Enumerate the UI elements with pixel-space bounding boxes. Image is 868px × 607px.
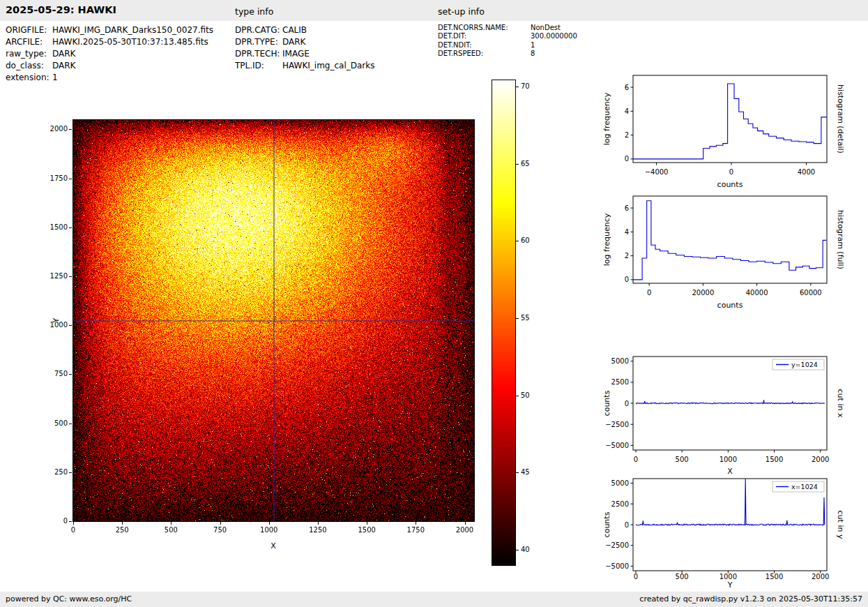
cut-x-series	[636, 400, 825, 403]
info-label: do_class:	[6, 60, 52, 72]
info-row: ORIGFILE:HAWKI_IMG_DARK_Darks150_0027.fi…	[6, 24, 213, 36]
legend-label: y=1024	[791, 361, 818, 368]
info-label: DPR.TECH:	[235, 48, 282, 60]
info-value: IMAGE	[282, 49, 310, 59]
info-label: raw_type:	[6, 48, 52, 60]
x-tick-label: 0	[729, 168, 733, 176]
main-x-tick-label: 1250	[304, 525, 332, 534]
header-bar: 2025-05-29: HAWKI type info set-up info	[0, 0, 868, 21]
detector-image-frame	[73, 119, 475, 522]
info-label: DPR.CATG:	[235, 24, 282, 36]
type-info-section-label: type info	[235, 6, 273, 17]
main-x-tick-mark	[73, 522, 74, 525]
colorbar-tick-mark	[516, 472, 519, 473]
main-x-tick-mark	[122, 522, 123, 525]
info-value: DARK	[52, 61, 75, 70]
main-y-tick-mark	[69, 374, 72, 375]
page-title: 2025-05-29: HAWKI	[6, 4, 116, 15]
right-axis-label: histogram (detail)	[836, 84, 845, 153]
info-row: DPR.TECH:IMAGE	[235, 48, 375, 60]
y-axis-label: log frequency	[602, 92, 611, 145]
colorbar-tick-mark	[516, 318, 519, 319]
x-tick-label: 60000	[800, 289, 822, 297]
colorbar-tick-label: 70	[521, 82, 542, 91]
main-y-tick-mark	[69, 179, 72, 179]
main-x-tick-label: 1000	[255, 525, 283, 534]
y-axis-label: counts	[602, 390, 611, 416]
main-x-axis-label: X	[259, 541, 287, 551]
main-y-tick-mark	[69, 472, 72, 473]
x-tick-label: −4000	[645, 168, 669, 176]
plot-frame	[633, 75, 827, 163]
x-tick-label: 1000	[719, 573, 737, 580]
info-row: DET.RSPEED:8	[438, 50, 577, 58]
info-row: DET.DIT:300.0000000	[438, 32, 577, 40]
cut-y-plot: 0500100015002000−5000−2500025005000Ycoun…	[598, 472, 849, 592]
main-x-tick-label: 0	[59, 525, 87, 534]
y-tick-label: 5000	[611, 479, 629, 487]
info-label: DET.NCORRS.NAME:	[438, 24, 531, 32]
x-tick-label: 40000	[746, 289, 768, 297]
info-label: DET.DIT:	[438, 32, 531, 40]
main-x-tick-label: 1750	[402, 525, 429, 534]
main-y-tick-mark	[69, 129, 72, 130]
colorbar-frame	[492, 80, 516, 566]
main-y-tick-mark	[69, 276, 72, 277]
info-label: DPR.TYPE:	[235, 36, 282, 48]
colorbar-tick-mark	[516, 87, 519, 87]
info-label: ORIGFILE:	[6, 24, 52, 36]
colorbar-tick-mark	[516, 241, 519, 241]
info-value: 300.0000000	[531, 32, 577, 40]
main-y-tick-mark	[69, 325, 72, 326]
file-info-column: ORIGFILE:HAWKI_IMG_DARK_Darks150_0027.fi…	[6, 24, 213, 84]
y-tick-label: 0	[625, 155, 629, 163]
y-tick-label: 6	[625, 204, 629, 212]
x-axis-label: counts	[717, 180, 743, 189]
setup-info-column: DET.NCORRS.NAME:NonDest DET.DIT:300.0000…	[438, 24, 577, 58]
info-value: 8	[531, 50, 535, 57]
info-value: DARK	[282, 37, 305, 47]
histogram-detail-plot: −4000040000246countslog frequencyhistogr…	[598, 70, 849, 197]
info-value: HAWKI_IMG_DARK_Darks150_0027.fits	[52, 25, 213, 35]
y-tick-label: 2	[625, 252, 629, 260]
info-label: ARCFILE:	[6, 36, 52, 48]
x-tick-label: 1000	[719, 456, 737, 463]
x-tick-label: 1500	[766, 456, 783, 463]
y-tick-label: −2500	[605, 421, 629, 428]
x-tick-label: 20000	[692, 289, 714, 297]
info-row: DPR.TYPE:DARK	[235, 36, 375, 48]
x-tick-label: 500	[676, 573, 689, 580]
colorbar-tick-label: 50	[521, 391, 542, 400]
right-axis-label: histogram (full)	[836, 210, 845, 269]
info-label: extension:	[6, 72, 52, 84]
info-value: HAWKI_img_cal_Darks	[282, 61, 375, 70]
cut-x-plot: 0500100015002000−5000−2500025005000Xcoun…	[598, 351, 849, 478]
info-label: DET.RSPEED:	[438, 50, 531, 58]
colorbar-tick-label: 55	[521, 313, 542, 322]
info-row: TPL.ID:HAWKI_img_cal_Darks	[235, 60, 375, 72]
info-row: do_class:DARK	[6, 60, 213, 72]
info-row: ARCFILE:HAWKI.2025-05-30T10:37:13.485.fi…	[6, 36, 213, 48]
x-tick-label: 2000	[812, 456, 829, 463]
main-x-tick-label: 1500	[353, 525, 381, 534]
type-info-column: DPR.CATG:CALIB DPR.TYPE:DARK DPR.TECH:IM…	[235, 24, 375, 72]
info-row: extension:1	[6, 72, 213, 84]
main-y-tick-mark	[69, 227, 72, 228]
info-label: TPL.ID:	[235, 60, 282, 72]
x-tick-label: 1500	[766, 573, 783, 580]
main-x-tick-mark	[367, 522, 367, 525]
main-y-tick-label: 750	[36, 369, 68, 378]
colorbar-tick-label: 65	[521, 159, 542, 168]
footer-left-text: powered by QC: www.eso.org/HC	[6, 592, 132, 607]
y-tick-label: 4	[625, 107, 629, 115]
info-value: 1	[52, 73, 58, 82]
y-axis-label: log frequency	[602, 213, 611, 266]
colorbar-tick-label: 60	[521, 236, 542, 245]
colorbar-tick-mark	[516, 550, 519, 550]
x-tick-label: 0	[634, 456, 638, 463]
x-tick-label: 0	[647, 289, 651, 297]
main-y-tick-label: 0	[36, 516, 68, 525]
main-y-tick-label: 1000	[36, 320, 68, 329]
right-axis-label: cut in y	[836, 511, 845, 539]
histogram-detail-series	[633, 84, 827, 159]
